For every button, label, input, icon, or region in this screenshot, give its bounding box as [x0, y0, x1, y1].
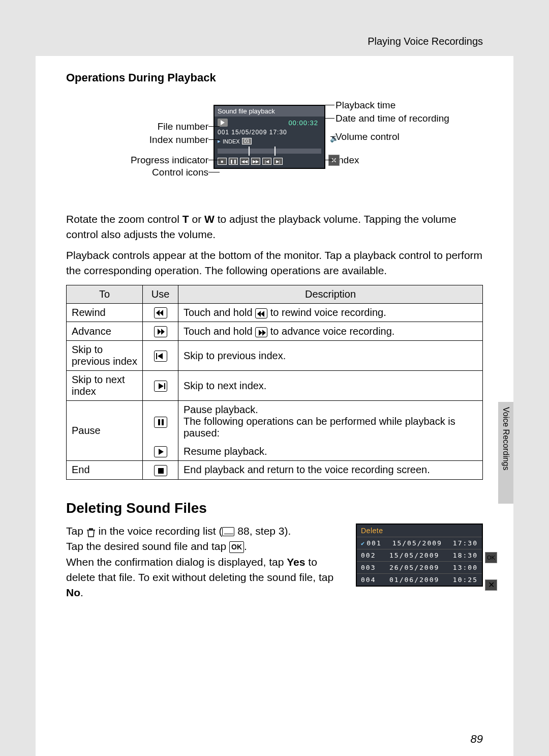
trash-icon	[86, 527, 96, 537]
page-number: 89	[471, 733, 483, 746]
list-item: 004 01/06/2009 10:25	[357, 573, 482, 586]
desc-pause-1: Pause playback. The following operations…	[178, 401, 483, 443]
no-label: No	[66, 587, 80, 598]
subheading: Operations During Playback	[66, 71, 483, 84]
table-row: Advance Touch and hold to advance voice …	[67, 322, 483, 341]
advance-icon	[154, 326, 167, 337]
lcd-titlebar: Sound file playback	[215, 106, 324, 117]
label-file-number: File number	[158, 121, 208, 132]
to-advance: Advance	[67, 322, 143, 341]
desc-skip-prev: Skip to previous index.	[178, 341, 483, 371]
zoom-t: T	[182, 213, 189, 225]
label-controls: Control icons	[152, 167, 208, 178]
close-icon: ✕	[485, 579, 497, 591]
table-row: End End playback and return to the voice…	[67, 460, 483, 479]
list-item: 002 15/05/2009 18:30	[357, 549, 482, 561]
label-playback-time: Playback time	[336, 100, 395, 111]
desc-advance: Touch and hold to advance voice recordin…	[178, 322, 483, 341]
section-title: Playing Voice Recordings	[368, 36, 483, 47]
pause-icon: ❚❚	[229, 158, 238, 165]
ok-icon: OK	[229, 541, 244, 553]
delete-panel-title: Delete	[357, 525, 482, 537]
rewind-icon: ◀◀	[240, 158, 249, 165]
index-num: 01	[242, 138, 252, 144]
table-row: Skip to previous index Skip to previous …	[67, 341, 483, 371]
stop-icon: ■	[218, 158, 227, 165]
skip-fwd-icon: ▶|	[273, 158, 283, 165]
skip-back-icon: |◀	[262, 158, 271, 165]
col-desc: Description	[178, 285, 483, 303]
to-end: End	[67, 460, 143, 479]
skip-next-icon	[154, 381, 167, 392]
close-icon: ✕	[328, 155, 340, 166]
delete-text: Tap in the voice recording list ( 88, st…	[66, 524, 341, 601]
col-to: To	[67, 285, 143, 303]
volume-icon: 🔊	[328, 134, 340, 143]
page-ref-icon	[222, 527, 234, 536]
list-item: 003 26/05/2009 13:00	[357, 561, 482, 573]
end-icon	[154, 465, 167, 476]
index-prefix: INDEX	[223, 138, 240, 144]
ok-side-icon: OK	[485, 552, 497, 563]
yes-label: Yes	[287, 556, 305, 568]
table-row: Pause Pause playback. The following oper…	[67, 401, 483, 443]
label-volume-control: Volume control	[336, 131, 400, 142]
resume-icon	[154, 446, 167, 457]
rewind-icon	[154, 307, 167, 318]
playback-time: 00:00:32	[288, 119, 321, 127]
operations-table: To Use Description Rewind Touch and hold…	[66, 285, 483, 480]
lcd-title: Sound file playback	[218, 107, 275, 115]
forward-icon: ▶▶	[251, 158, 260, 165]
to-skip-next: Skip to next index	[67, 371, 143, 401]
control-icons-row: ■ ❚❚ ◀◀ ▶▶ |◀ ▶|	[215, 156, 324, 168]
label-index-number: Index number	[149, 134, 208, 146]
desc-skip-next: Skip to next index.	[178, 371, 483, 401]
to-skip-prev: Skip to previous index	[67, 341, 143, 371]
label-progress: Progress indicator	[131, 155, 208, 166]
chevron-down-icon: ∨	[485, 538, 497, 547]
pause-icon	[154, 417, 167, 428]
col-use: Use	[143, 285, 178, 303]
return-icon: ↶	[485, 566, 497, 577]
label-date-time: Date and time of recording	[336, 113, 449, 124]
desc-rewind: Touch and hold to rewind voice recording…	[178, 303, 483, 322]
desc-pause-2: Resume playback.	[178, 442, 483, 460]
paragraph-1: Rotate the zoom control T or W to adjust…	[66, 212, 483, 243]
to-pause: Pause	[67, 401, 143, 461]
progress-bar	[218, 149, 321, 154]
chevron-up-icon: ∧	[485, 525, 497, 534]
lcd-screen: Sound file playback 00:00:32 001 15/05/2…	[214, 105, 325, 169]
check-icon: ✔	[361, 540, 365, 547]
list-item: ✔001 15/05/2009 17:30	[357, 537, 482, 549]
table-row: Rewind Touch and hold to rewind voice re…	[67, 303, 483, 322]
paragraph-2: Playback controls appear at the bottom o…	[66, 248, 483, 279]
playback-diagram: File number Index number Progress indica…	[66, 100, 483, 191]
delete-heading: Deleting Sound Files	[66, 500, 483, 516]
section-tab-label: Voice Recordings	[501, 407, 510, 471]
to-rewind: Rewind	[67, 303, 143, 322]
advance-icon	[255, 327, 267, 337]
play-icon	[218, 119, 228, 127]
file-meta: 001 15/05/2009 17:30	[215, 129, 324, 137]
zoom-w: W	[204, 213, 215, 225]
desc-end: End playback and return to the voice rec…	[178, 460, 483, 479]
table-header: To Use Description	[67, 285, 483, 303]
skip-prev-icon	[154, 351, 167, 362]
table-row: Skip to next index Skip to next index.	[67, 371, 483, 401]
delete-panel: Delete ✔001 15/05/2009 17:30 002 15/05/2…	[356, 524, 483, 587]
rewind-icon	[255, 308, 267, 318]
